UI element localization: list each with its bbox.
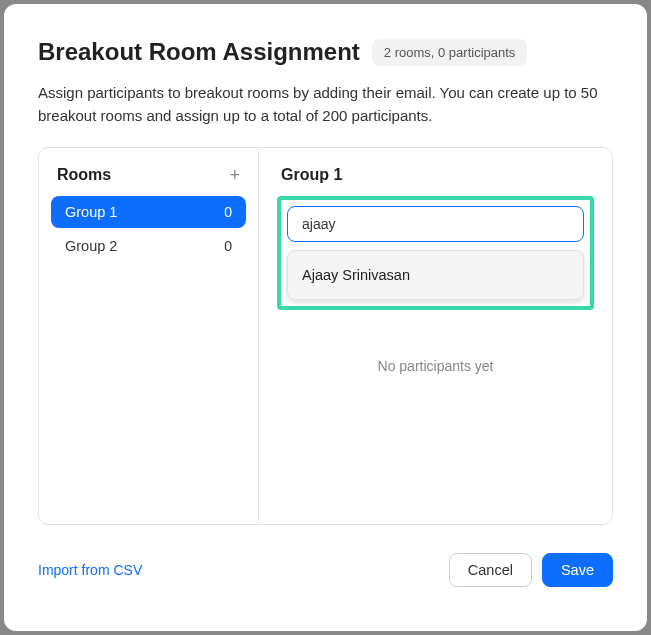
- summary-pill: 2 rooms, 0 participants: [372, 39, 528, 66]
- rooms-heading: Rooms: [57, 166, 111, 184]
- empty-state-text: No participants yet: [378, 358, 494, 374]
- panels-container: Rooms + Group 1 0 Group 2 0 Group 1 Ajaa…: [38, 147, 613, 525]
- group-heading: Group 1: [277, 166, 594, 184]
- room-name: Group 1: [65, 204, 117, 220]
- modal-description: Assign participants to breakout rooms by…: [38, 82, 613, 127]
- save-button[interactable]: Save: [542, 553, 613, 587]
- modal-title: Breakout Room Assignment: [38, 38, 360, 66]
- room-name: Group 2: [65, 238, 117, 254]
- add-room-icon[interactable]: +: [229, 166, 240, 184]
- room-item[interactable]: Group 1 0: [51, 196, 246, 228]
- room-count: 0: [224, 238, 232, 254]
- search-highlight-box: Ajaay Srinivasan: [277, 196, 594, 310]
- rooms-header: Rooms +: [51, 166, 246, 196]
- modal-footer: Import from CSV Cancel Save: [38, 553, 613, 587]
- cancel-button[interactable]: Cancel: [449, 553, 532, 587]
- autocomplete-option[interactable]: Ajaay Srinivasan: [288, 255, 583, 295]
- modal-header: Breakout Room Assignment 2 rooms, 0 part…: [38, 38, 613, 66]
- room-count: 0: [224, 204, 232, 220]
- footer-buttons: Cancel Save: [449, 553, 613, 587]
- import-csv-link[interactable]: Import from CSV: [38, 562, 142, 578]
- detail-panel: Group 1 Ajaay Srinivasan No participants…: [259, 148, 612, 524]
- room-item[interactable]: Group 2 0: [51, 230, 246, 262]
- autocomplete-dropdown: Ajaay Srinivasan: [287, 250, 584, 300]
- participant-search-input[interactable]: [287, 206, 584, 242]
- breakout-assignment-modal: Breakout Room Assignment 2 rooms, 0 part…: [4, 4, 647, 631]
- rooms-panel: Rooms + Group 1 0 Group 2 0: [39, 148, 259, 524]
